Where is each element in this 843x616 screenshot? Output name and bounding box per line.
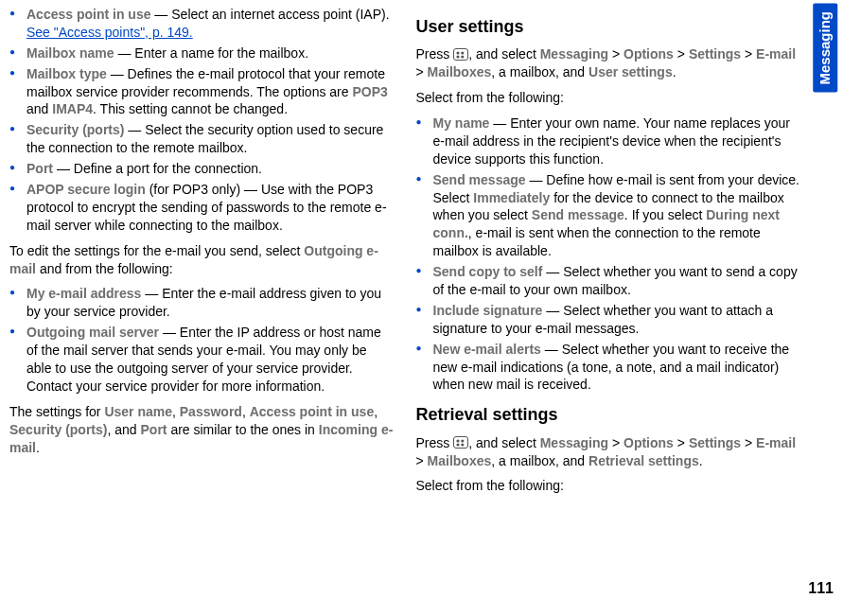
list-item: My e-mail address — Enter the e-mail add… [9, 285, 394, 321]
setting-label: Port [26, 161, 53, 176]
left-column: Access point in use — Select an internet… [9, 6, 405, 610]
right-column: User settings Press , and select Messagi… [405, 6, 800, 610]
menu-key-icon [453, 48, 468, 61]
paragraph-outgoing-intro: To edit the settings for the e-mail you … [9, 242, 394, 278]
list-connection-settings: Access point in use — Select an internet… [9, 6, 394, 235]
list-item: Port — Define a port for the connection. [9, 160, 394, 178]
setting-label: Include signature [433, 303, 543, 318]
list-item: Security (ports) — Select the security o… [9, 121, 394, 157]
list-item: Send copy to self — Select whether you w… [416, 263, 800, 299]
setting-label: Outgoing mail server [26, 325, 159, 340]
list-item: Send message — Define how e-mail is sent… [416, 171, 800, 260]
setting-label: APOP secure login [26, 182, 146, 197]
setting-text: — Select an internet access point (IAP). [150, 7, 389, 22]
paragraph-select: Select from the following: [416, 89, 800, 107]
page-content: Access point in use — Select an internet… [0, 0, 799, 616]
paragraph-similar-settings: The settings for User name, Password, Ac… [9, 403, 394, 457]
list-item: Access point in use — Select an internet… [9, 6, 394, 42]
list-item: New e-mail alerts — Select whether you w… [416, 341, 800, 395]
list-item: Include signature — Select whether you w… [416, 302, 800, 338]
setting-label: Send copy to self [433, 264, 543, 279]
setting-text: — Define a port for the connection. [53, 161, 262, 176]
setting-text: — Enter a name for the mailbox. [114, 45, 308, 61]
list-item: Mailbox type — Defines the e-mail protoc… [9, 65, 394, 119]
side-tab: Messaging 111 [799, 0, 843, 616]
setting-label: My e-mail address [26, 286, 141, 301]
list-item: APOP secure login (for POP3 only) — Use … [9, 181, 394, 235]
paragraph-select2: Select from the following: [416, 477, 800, 495]
setting-label: New e-mail alerts [433, 342, 541, 357]
link-access-points[interactable]: See "Access points", p. 149. [26, 25, 193, 40]
list-outgoing-settings: My e-mail address — Enter the e-mail add… [9, 285, 394, 395]
heading-user-settings: User settings [416, 15, 800, 38]
page-number: 111 [808, 578, 834, 599]
setting-label: My name [433, 115, 490, 131]
setting-label: Security (ports) [26, 122, 124, 137]
paragraph-press-user: Press , and select Messaging > Options >… [416, 45, 800, 81]
setting-label: Access point in use [26, 7, 150, 22]
option-pop3: POP3 [352, 84, 387, 99]
setting-label: Mailbox name [26, 45, 114, 61]
setting-label: Mailbox type [26, 66, 107, 81]
option-imap4: IMAP4 [52, 101, 93, 116]
list-item: Outgoing mail server — Enter the IP addr… [9, 324, 394, 396]
paragraph-press-retrieval: Press , and select Messaging > Options >… [416, 434, 800, 470]
menu-key-icon [453, 436, 468, 449]
list-user-settings: My name — Enter your own name. Your name… [416, 114, 800, 394]
setting-label: Send message [433, 172, 526, 187]
list-item: Mailbox name — Enter a name for the mail… [9, 44, 394, 62]
section-tab-label: Messaging [813, 4, 837, 93]
heading-retrieval-settings: Retrieval settings [416, 403, 800, 426]
list-item: My name — Enter your own name. Your name… [416, 114, 800, 168]
